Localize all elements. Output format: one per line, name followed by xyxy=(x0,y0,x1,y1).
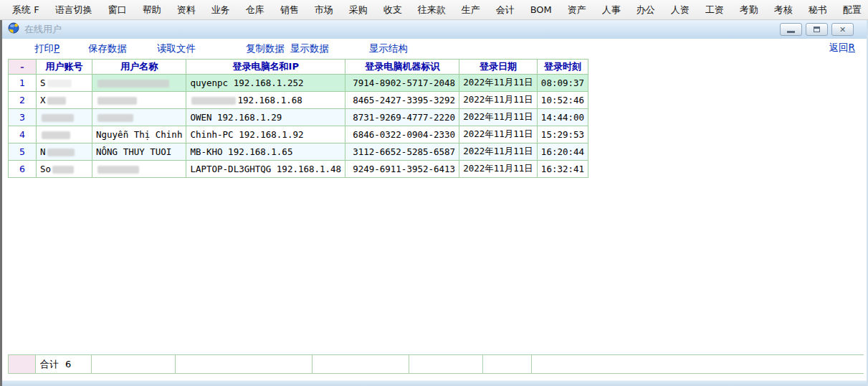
menu-item[interactable]: 办公 xyxy=(629,1,663,19)
menu-item[interactable]: 销售 xyxy=(272,1,307,19)
cell-login-time[interactable]: 16:20:44 xyxy=(537,143,588,161)
cell-login-time[interactable]: 16:32:41 xyxy=(537,161,588,178)
menu-item[interactable]: 采购 xyxy=(341,1,376,19)
cell-machine-id[interactable]: 9249-6911-3952-6413 xyxy=(345,161,459,178)
toolbar: 返回R 打印P 保存数据 读取文件 复制数据 显示数据 显示结构 xyxy=(2,39,867,58)
menu-item[interactable]: 市场 xyxy=(307,1,341,19)
close-button[interactable]: ✕ xyxy=(831,23,854,36)
table-row: 6 So LAPTOP-DL3GHTQG 192.168.1.48 9249-6… xyxy=(9,161,588,178)
cell-user-name[interactable] xyxy=(92,75,186,92)
column-header: 登录电脑机器标识 xyxy=(345,60,459,75)
column-header: 登录电脑名和IP xyxy=(186,60,345,75)
menu-item[interactable]: 收支 xyxy=(376,1,410,19)
cell-login-time[interactable]: 15:29:53 xyxy=(537,126,588,143)
status-strip xyxy=(2,380,867,386)
column-header: 登录日期 xyxy=(459,60,538,75)
cell-computer-ip[interactable]: quyenpc 192.168.1.252 xyxy=(186,75,345,92)
menu-item[interactable]: 秘书 xyxy=(801,1,835,19)
total-index-cell xyxy=(8,355,36,373)
cell-user-account[interactable] xyxy=(37,109,92,126)
cell-machine-id[interactable]: 8731-9269-4777-2220 xyxy=(345,109,459,126)
menu-item[interactable]: 帮助 xyxy=(135,1,169,19)
menu-item[interactable]: 仓库 xyxy=(238,1,272,19)
cell-computer-ip[interactable]: LAPTOP-DL3GHTQG 192.168.1.48 xyxy=(186,161,345,178)
minimize-icon xyxy=(787,31,795,33)
toolbar-button[interactable]: 复制数据 xyxy=(246,42,285,55)
total-row: 合计 6 xyxy=(8,354,864,374)
cell-computer-ip[interactable]: 192.168.1.68 xyxy=(186,92,345,109)
column-header: 用户账号 xyxy=(37,60,92,75)
restore-icon xyxy=(814,27,820,32)
total-label: 合计 xyxy=(40,358,59,371)
table-row: 5 N NÔNG THUY TUOI MB-KHO 192.168.1.65 3… xyxy=(9,143,588,161)
menu-item[interactable]: 人资 xyxy=(663,1,697,19)
cell-machine-id[interactable]: 6846-0322-0904-2330 xyxy=(345,126,459,143)
cell-row-number[interactable]: 5 xyxy=(9,143,37,161)
cell-login-date[interactable]: 2022年11月11日 xyxy=(459,126,538,143)
cell-user-name[interactable] xyxy=(92,92,186,109)
menu-item[interactable]: 配置 xyxy=(835,1,868,19)
toolbar-button[interactable]: 显示数据 xyxy=(290,42,329,55)
redacted-text xyxy=(47,97,66,105)
cell-machine-id[interactable]: 3112-6652-5285-6587 xyxy=(345,143,459,161)
cell-user-name[interactable] xyxy=(92,161,186,178)
menu-item[interactable]: 资产 xyxy=(560,1,594,19)
redacted-text xyxy=(97,114,133,122)
menu-item[interactable]: BOM xyxy=(523,2,560,17)
cell-user-account[interactable]: S xyxy=(37,75,92,92)
menu-item[interactable]: 资料 xyxy=(169,1,204,19)
menu-item[interactable]: 生产 xyxy=(454,1,488,19)
column-header: - xyxy=(9,60,37,75)
toolbar-button[interactable]: 读取文件 xyxy=(157,42,196,55)
toolbar-button[interactable]: 打印P xyxy=(34,42,59,55)
cell-row-number[interactable]: 2 xyxy=(9,92,37,109)
users-table: - 用户账号 用户名称 登录电脑名和IP 登录电脑机器标识 登录日期 登录时刻 … xyxy=(8,59,588,178)
cell-machine-id[interactable]: 7914-8902-5717-2048 xyxy=(345,75,459,92)
cell-user-account[interactable]: So xyxy=(37,161,92,178)
cell-row-number[interactable]: 4 xyxy=(9,126,37,143)
menu-item[interactable]: 考核 xyxy=(766,1,801,19)
cell-computer-ip[interactable]: OWEN 192.168.1.29 xyxy=(186,109,345,126)
menu-item[interactable]: 业务 xyxy=(204,1,238,19)
cell-user-account[interactable]: N xyxy=(37,143,92,161)
cell-login-date[interactable]: 2022年11月11日 xyxy=(459,92,538,109)
cell-login-time[interactable]: 14:44:00 xyxy=(537,109,588,126)
toolbar-button[interactable]: 保存数据 xyxy=(88,42,127,55)
cell-computer-ip[interactable]: MB-KHO 192.168.1.65 xyxy=(186,143,345,161)
cell-login-date[interactable]: 2022年11月11日 xyxy=(459,161,538,178)
cell-row-number[interactable]: 6 xyxy=(9,161,37,178)
titlebar: 在线用户 ✕ xyxy=(2,20,867,39)
redacted-text xyxy=(97,80,169,88)
cell-login-date[interactable]: 2022年11月11日 xyxy=(459,109,538,126)
menu-item[interactable]: 会计 xyxy=(488,1,523,19)
cell-login-date[interactable]: 2022年11月11日 xyxy=(459,143,538,161)
menubar: 系统 F 语言切换 窗口 帮助 资料 业务 仓库 销售 市场 采购 收支 往来款… xyxy=(0,0,868,20)
cell-machine-id[interactable]: 8465-2427-3395-3292 xyxy=(345,92,459,109)
menu-item[interactable]: 考勤 xyxy=(732,1,766,19)
table-row: 2 X 192.168.1.68 8465-2427-3395-3292 202… xyxy=(9,92,588,109)
cell-user-name[interactable]: Nguyễn Thị Chinh xyxy=(92,126,186,143)
cell-computer-ip[interactable]: Chinh-PC 192.168.1.92 xyxy=(186,126,345,143)
menu-item[interactable]: 往来款 xyxy=(410,1,454,19)
cell-row-number[interactable]: 3 xyxy=(9,109,37,126)
back-button[interactable]: 返回R xyxy=(829,42,855,55)
toolbar-button[interactable]: 显示结构 xyxy=(369,42,408,55)
menu-item[interactable]: 工资 xyxy=(697,1,732,19)
cell-user-name[interactable]: NÔNG THUY TUOI xyxy=(92,143,186,161)
cell-user-account[interactable]: X xyxy=(37,92,92,109)
redacted-text xyxy=(47,80,72,88)
cell-user-name[interactable] xyxy=(92,109,186,126)
cell-user-account[interactable] xyxy=(37,126,92,143)
cell-row-number[interactable]: 1 xyxy=(9,75,37,92)
redacted-text xyxy=(42,114,74,122)
menu-item[interactable]: 语言切换 xyxy=(47,1,100,19)
menu-item[interactable]: 人事 xyxy=(594,1,629,19)
redacted-text xyxy=(97,166,139,174)
minimize-button[interactable] xyxy=(780,23,802,36)
restore-button[interactable] xyxy=(806,23,828,36)
cell-login-time[interactable]: 08:09:37 xyxy=(537,75,588,92)
cell-login-date[interactable]: 2022年11月11日 xyxy=(459,75,538,92)
cell-login-time[interactable]: 10:52:46 xyxy=(537,92,588,109)
menu-item[interactable]: 系统 F xyxy=(4,1,47,19)
menu-item[interactable]: 窗口 xyxy=(100,1,135,19)
